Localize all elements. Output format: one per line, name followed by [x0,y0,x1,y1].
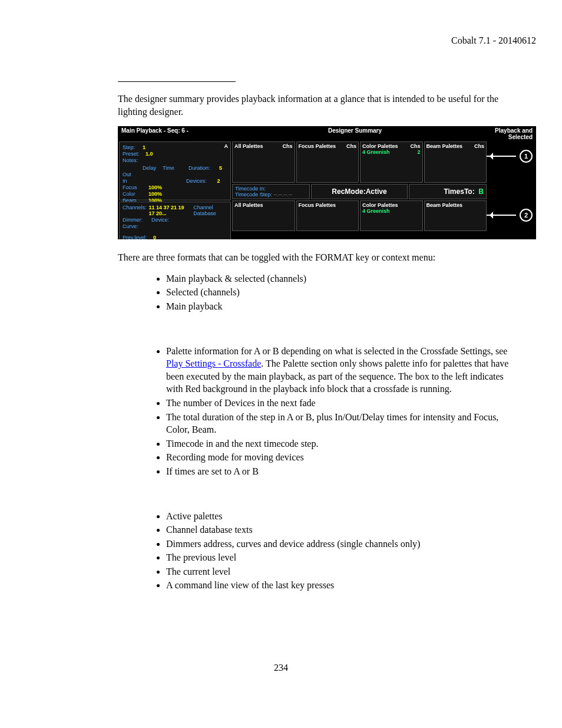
app-window: Main Playback - Seq: 6 - Designer Summar… [118,126,536,239]
palette-title: Focus Palettes [299,143,336,149]
list-item: Palette information for A or B depending… [166,345,510,396]
section1-list: Palette information for A or B depending… [144,345,510,478]
formats-list: Main playback & selected (channels) Sele… [144,272,510,313]
palette-all-top: All PalettesChs [232,141,295,183]
list-item: Channel database texts [166,523,510,536]
palette-title: Color Palettes [362,202,398,208]
list-item: Selected (channels) [166,286,510,299]
section2-list: Active palettes Channel database texts D… [144,510,510,592]
palette-title: Beam Palettes [427,143,463,149]
recmode-box: RecMode:Active [311,184,408,199]
list-item: Main playback [166,300,510,313]
arrow-icon [487,156,516,157]
callout-number: 1 [520,150,533,163]
list-item: Main playback & selected (channels) [166,272,510,285]
color-value: 100% [148,191,162,197]
crossfade-link[interactable]: Play Settings - Crossfade [166,358,261,368]
timesto-value: B [478,187,484,196]
intro-paragraph: The designer summary provides playback i… [118,93,510,118]
palette-focus-bottom: Focus Palettes [296,200,359,231]
callout-number: 2 [520,209,533,222]
list-item: The total duration of the step in A or B… [166,411,510,436]
palette-title: All Palettes [234,202,263,208]
formats-intro: There are three formats that can be togg… [118,251,510,264]
list-item: Dimmers address, curves and device addre… [166,538,510,551]
prev-level-label: Prev.level: [123,235,147,239]
preset-label: Preset: [123,151,140,157]
section-rule [118,81,236,82]
device-label: Device: [151,217,169,223]
curve-label: Curve: [123,223,138,229]
status-row: Timecode In: Timecode Step: --.--.--.-- … [232,184,535,199]
arrow-icon [487,215,516,216]
timecode-box: Timecode In: Timecode Step: --.--.--.-- [232,184,310,199]
out-label: Out [123,172,140,177]
focus-label: Focus [123,185,146,190]
palette-chs: Chs [282,143,292,149]
palette-chs: Chs [410,143,420,149]
palette-color-top: Color PalettesChs 4 Greenish2 [360,141,423,183]
step-value: 1 [143,144,146,150]
palette-all-bottom: All Palettes [232,200,295,231]
color-label: Color [123,191,146,197]
list-item: Timecode in and the next timecode step. [166,437,510,450]
step-label: Step: [123,144,135,150]
list-item: If times are set to A or B [166,465,510,478]
list-item: The previous level [166,551,510,564]
timesto-box: TimesTo: B [409,184,487,199]
notes-label: Notes: [123,157,138,163]
list-item: Active palettes [166,510,510,523]
app-titlebar: Main Playback - Seq: 6 - Designer Summar… [118,126,536,141]
recmode-label: RecMode: [332,187,365,196]
col-time: Time [163,165,186,171]
callout-1: 1 [487,150,533,163]
recmode-value: Active [366,187,387,196]
app-screenshot: Main Playback - Seq: 6 - Designer Summar… [118,126,536,239]
prev-level-value: 0 [153,235,156,239]
doc-header-version: Cobalt 7.1 - 20140612 [26,35,536,46]
list-item: The current level [166,565,510,578]
palette-beam-bottom: Beam Palettes [424,200,487,231]
palette-beam-top: Beam PalettesChs [424,141,487,183]
tc-step-value: --.--.--.-- [273,192,292,197]
list-item: Recording mode for moving devices [166,451,510,464]
playback-column: A Step: 1 Preset: 1.0 Notes: Delay Time … [119,141,231,239]
channels-label: Channels: [123,205,147,216]
page-number: 234 [26,663,536,673]
palette-sub-r: 2 [417,149,420,155]
devices-label: Devices: [186,178,207,184]
titlebar-left: Main Playback - Seq: 6 - [118,126,240,141]
duration-value: 5 [219,165,222,171]
playback-top-panel: A Step: 1 Preset: 1.0 Notes: Delay Time … [119,141,231,200]
focus-value: 100% [148,185,162,190]
playback-bottom-panel: Channels: 11 14 37 21 19 17 20... Channe… [119,202,231,239]
palette-sub: 4 Greenish [362,149,390,155]
palette-title: All Palettes [234,143,263,149]
channels-value: 11 14 37 21 19 17 20... [149,205,191,216]
text-span: Palette information for A or B depending… [166,346,507,356]
channel-db-label: Channel Database [193,205,227,216]
titlebar-right: Playback and Selected [470,126,536,141]
titlebar-center: Designer Summary [240,126,470,141]
duration-label: Duration: [189,165,210,171]
palette-sub: 4 Greenish [362,208,390,214]
tc-in-label: Timecode In: [235,186,266,192]
palette-color-bottom: Color Palettes 4 Greenish [360,200,423,231]
palette-title: Beam Palettes [427,202,463,208]
tc-step-label: Timecode Step: [235,192,272,197]
palette-chs: Chs [474,143,484,149]
palette-title: Color Palettes [362,143,398,149]
timesto-label: TimesTo: [444,187,474,196]
list-item: A command line view of the last key pres… [166,579,510,592]
in-label: In [123,178,140,184]
palette-chs: Chs [346,143,356,149]
list-item: The number of Devices in the next fade [166,397,510,410]
corner-a-label: A [224,143,229,149]
preset-value: 1.0 [146,151,153,157]
col-delay: Delay [143,165,160,171]
dimmer-label: Dimmer: [123,217,149,223]
palette-focus-top: Focus PalettesChs [296,141,359,183]
callout-2: 2 [487,209,533,222]
devices-value: 2 [217,178,220,184]
palette-title: Focus Palettes [299,202,336,208]
